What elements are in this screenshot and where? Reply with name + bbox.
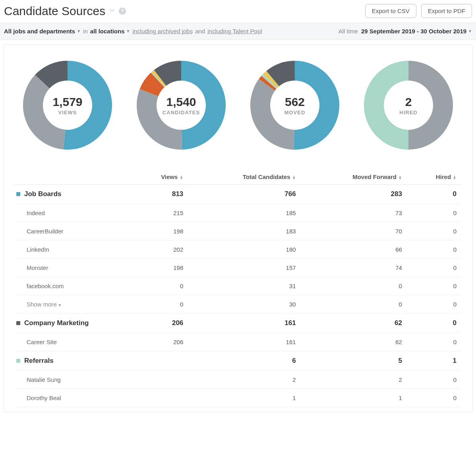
filter-jobs[interactable]: All jobs and departments▼ — [4, 28, 81, 35]
row-value-cell: 30 — [188, 295, 300, 314]
row-label-cell: Dorothy Beal — [15, 389, 131, 407]
row-value-cell: 180 — [188, 241, 300, 259]
row-value-cell: 766 — [188, 185, 300, 204]
row-value-cell: 0 — [407, 204, 461, 222]
export-pdf-button[interactable]: Export to PDF — [421, 4, 472, 18]
table-header-row: Views▲▼Total Candidates▲▼Moved Forward▲▼… — [15, 169, 461, 185]
title-chevron-down-icon[interactable]: ﹀ — [109, 8, 115, 15]
report-card: 1,579VIEWS1,540CANDIDATES562MOVED2HIRED … — [3, 44, 473, 412]
donut-value: 1,540 — [166, 95, 196, 109]
sort-icon[interactable]: ▲▼ — [179, 175, 183, 179]
row-value-cell: 62 — [301, 333, 407, 351]
row-label-cell[interactable]: Show more▼ — [15, 295, 131, 314]
column-header — [15, 169, 131, 185]
donut-label: MOVED — [284, 110, 306, 116]
donut-label: VIEWS — [58, 110, 77, 116]
row-value-cell: 0 — [407, 277, 461, 295]
table-row-sub: Indeed215185730 — [15, 204, 461, 222]
chevron-down-icon: ▼ — [468, 29, 472, 33]
row-value-cell: 202 — [131, 241, 188, 259]
donut-label: HIRED — [399, 110, 417, 116]
row-value-cell: 1 — [407, 351, 461, 371]
row-value-cell: 161 — [188, 314, 300, 333]
row-value-cell: 0 — [131, 295, 188, 314]
column-header[interactable]: Total Candidates▲▼ — [188, 169, 300, 185]
donut-value: 2 — [405, 95, 412, 109]
row-value-cell: 0 — [301, 277, 407, 295]
row-value-cell: 0 — [407, 259, 461, 277]
row-value-cell: 0 — [407, 314, 461, 333]
row-label-cell: LinkedIn — [15, 241, 131, 259]
row-label-cell: Job Boards — [15, 185, 131, 204]
filter-alltime-label: All time — [339, 28, 358, 35]
group-swatch-icon — [16, 321, 20, 325]
donut-value: 1,579 — [52, 95, 82, 109]
donut-center: 1,579VIEWS — [23, 61, 112, 150]
column-header[interactable]: Hired▲▼ — [407, 169, 461, 185]
filter-talent-pool-toggle[interactable]: including Talent Pool — [207, 28, 262, 35]
donut-moved: 562MOVED — [250, 61, 339, 150]
row-value-cell: 5 — [301, 351, 407, 371]
table-row-sub: LinkedIn202180660 — [15, 241, 461, 259]
row-value-cell — [131, 351, 188, 371]
table-row-group: Job Boards8137662830 — [15, 185, 461, 204]
chevron-down-icon: ▼ — [126, 29, 130, 33]
column-header[interactable]: Views▲▼ — [131, 169, 188, 185]
row-value-cell: 183 — [188, 222, 300, 241]
row-value-cell: 6 — [188, 351, 300, 371]
table-row-more: Show more▼03000 — [15, 295, 461, 314]
donut-center: 1,540CANDIDATES — [137, 61, 226, 150]
export-csv-button[interactable]: Export to CSV — [365, 4, 416, 18]
row-value-cell: 206 — [131, 314, 188, 333]
export-buttons: Export to CSV Export to PDF — [365, 4, 472, 18]
row-value-cell: 198 — [131, 259, 188, 277]
sort-icon[interactable]: ▲▼ — [398, 175, 402, 179]
row-value-cell: 31 — [188, 277, 300, 295]
help-icon[interactable]: ? — [119, 8, 126, 15]
sort-icon[interactable]: ▲▼ — [292, 175, 296, 179]
table-row-sub: facebook.com03100 — [15, 277, 461, 295]
column-header[interactable]: Moved Forward▲▼ — [301, 169, 407, 185]
table-body: Job Boards8137662830Indeed215185730Caree… — [15, 185, 461, 407]
donut-views: 1,579VIEWS — [23, 61, 112, 150]
row-value-cell: 73 — [301, 204, 407, 222]
title-wrap: Candidate Sources ﹀ ? — [4, 4, 126, 18]
row-label-cell: Indeed — [15, 204, 131, 222]
caret-down-icon: ▼ — [58, 303, 62, 307]
row-value-cell: 0 — [407, 371, 461, 389]
row-label-cell: Referrals — [15, 351, 131, 371]
table-row-sub: Career Site206161620 — [15, 333, 461, 351]
filter-in-label: in — [83, 28, 88, 35]
row-label-cell: Company Marketing — [15, 314, 131, 333]
row-value-cell: 198 — [131, 222, 188, 241]
row-value-cell: 74 — [301, 259, 407, 277]
filter-archived-toggle[interactable]: including archived jobs — [132, 28, 193, 35]
group-swatch-icon — [16, 359, 20, 363]
row-value-cell: 0 — [407, 333, 461, 351]
row-value-cell: 2 — [188, 371, 300, 389]
row-value-cell: 62 — [301, 314, 407, 333]
table-row-sub: Monster198157740 — [15, 259, 461, 277]
row-value-cell: 0 — [131, 277, 188, 295]
row-value-cell: 0 — [407, 185, 461, 204]
row-value-cell: 0 — [301, 295, 407, 314]
filter-date-range[interactable]: 29 September 2019 - 30 October 2019▼ — [361, 28, 472, 35]
row-value-cell: 1 — [188, 389, 300, 407]
row-value-cell: 283 — [301, 185, 407, 204]
donut-candidates: 1,540CANDIDATES — [137, 61, 226, 150]
table-row-sub: CareerBuilder198183700 — [15, 222, 461, 241]
filter-locations[interactable]: all locations▼ — [90, 28, 130, 35]
filter-bar: All jobs and departments▼ in all locatio… — [0, 23, 476, 40]
chevron-down-icon: ▼ — [77, 29, 81, 33]
row-value-cell: 70 — [301, 222, 407, 241]
sort-icon[interactable]: ▲▼ — [453, 175, 457, 179]
row-value-cell: 66 — [301, 241, 407, 259]
row-label-cell: Monster — [15, 259, 131, 277]
row-value-cell: 0 — [407, 295, 461, 314]
table-row-sub: Natalie Sung220 — [15, 371, 461, 389]
donut-center: 562MOVED — [250, 61, 339, 150]
row-value-cell: 185 — [188, 204, 300, 222]
row-label-cell: facebook.com — [15, 277, 131, 295]
table-row-group: Referrals651 — [15, 351, 461, 371]
filters-left: All jobs and departments▼ in all locatio… — [4, 28, 262, 35]
